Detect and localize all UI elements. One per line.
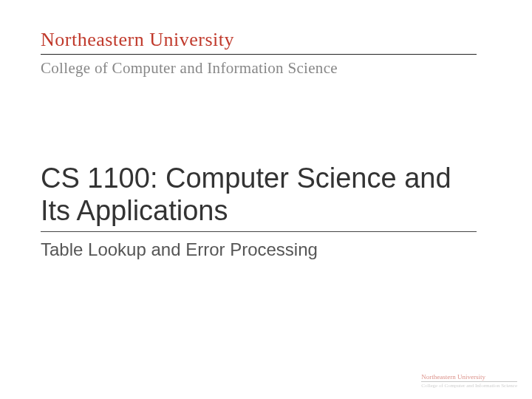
slide-subtitle: Table Lookup and Error Processing: [41, 239, 477, 260]
header-logo: Northeastern University College of Compu…: [41, 30, 477, 78]
university-name: Northeastern University: [41, 30, 477, 55]
college-name: College of Computer and Information Scie…: [41, 59, 477, 78]
footer-university-name: Northeastern University: [421, 373, 517, 382]
title-block: CS 1100: Computer Science and Its Applic…: [41, 163, 477, 260]
footer-logo: Northeastern University College of Compu…: [421, 373, 517, 389]
course-title: CS 1100: Computer Science and Its Applic…: [41, 163, 477, 232]
footer-college-name: College of Computer and Information Scie…: [421, 383, 517, 389]
